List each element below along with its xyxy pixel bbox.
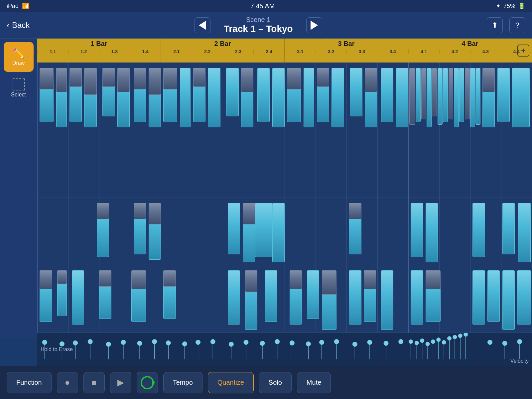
- tool-panel: ✏️ Draw Select: [0, 39, 37, 338]
- note-bd201-3[interactable]: [72, 270, 84, 324]
- note-pcs503-36[interactable]: [470, 68, 475, 127]
- back-button[interactable]: ‹ Back: [7, 21, 30, 30]
- note-pcs503-39[interactable]: [497, 68, 510, 122]
- note-pcs503-27[interactable]: [421, 68, 426, 119]
- record-button[interactable]: ●: [57, 372, 78, 393]
- select-tool-button[interactable]: Select: [4, 73, 34, 103]
- note-bd201-14g[interactable]: [364, 270, 376, 289]
- note-sd302-9[interactable]: [411, 203, 423, 257]
- note-bd201-21[interactable]: [517, 270, 531, 324]
- bar-2: 2 Bar 2.1 2.2 2.3 2.4: [161, 39, 285, 63]
- note-pcs503-34[interactable]: [459, 68, 464, 122]
- subdiv-1-4: 1.4: [130, 49, 161, 54]
- note-bd201-7[interactable]: [228, 270, 240, 324]
- note-pcs503-4g[interactable]: [84, 68, 96, 95]
- note-pcs503-35[interactable]: [465, 68, 470, 119]
- note-pcs503-5g[interactable]: [102, 68, 115, 87]
- note-pcs503-37[interactable]: [475, 68, 480, 125]
- quantize-button[interactable]: Quantize: [208, 372, 254, 393]
- note-sd302-7[interactable]: [272, 203, 285, 262]
- note-sd302-12[interactable]: [502, 203, 515, 254]
- note-pcs503-18[interactable]: [304, 68, 315, 127]
- note-pcs503-28[interactable]: [427, 68, 432, 127]
- note-pcs503-29[interactable]: [432, 68, 437, 116]
- note-pcs503-12[interactable]: [208, 68, 220, 127]
- note-bd201-11[interactable]: [307, 270, 319, 319]
- note-sd302-2g[interactable]: [134, 203, 146, 219]
- mute-button[interactable]: Mute: [297, 372, 331, 393]
- note-pcs503-24[interactable]: [396, 68, 408, 127]
- note-pcs503-11g[interactable]: [193, 68, 205, 87]
- note-bd201-16[interactable]: [411, 270, 423, 324]
- tempo-button[interactable]: Tempo: [163, 372, 202, 393]
- note-pcs503-2g[interactable]: [56, 68, 67, 92]
- play-icon: ▶: [117, 377, 124, 388]
- note-pcs503-31[interactable]: [443, 68, 448, 122]
- note-bd201-12g[interactable]: [322, 270, 337, 295]
- piano-roll[interactable]: [37, 63, 532, 332]
- note-bd201-1g[interactable]: [40, 270, 52, 289]
- note-bd201-17g[interactable]: [426, 270, 441, 289]
- note-pcs503-9g[interactable]: [163, 68, 177, 89]
- note-pcs503-26[interactable]: [416, 68, 421, 122]
- note-pcs503-32[interactable]: [449, 68, 454, 119]
- note-bd201-9[interactable]: [265, 270, 277, 322]
- play-button[interactable]: ▶: [110, 372, 131, 393]
- note-pcs503-22g[interactable]: [365, 68, 377, 92]
- select-icon: [13, 78, 25, 90]
- note-sd302-3g[interactable]: [149, 203, 161, 224]
- note-bd201-20[interactable]: [502, 270, 515, 330]
- note-pcs503-33[interactable]: [454, 68, 459, 127]
- note-pcs503-15[interactable]: [257, 68, 270, 122]
- note-sd302-6[interactable]: [255, 203, 272, 257]
- note-sd302-4[interactable]: [228, 203, 240, 254]
- note-bd201-19[interactable]: [487, 270, 500, 322]
- note-bd201-8g[interactable]: [245, 270, 257, 292]
- note-bd201-18[interactable]: [472, 270, 485, 324]
- note-pcs503-23[interactable]: [381, 68, 393, 122]
- note-pcs503-19g[interactable]: [317, 68, 329, 87]
- loop-button[interactable]: [137, 372, 158, 393]
- note-pcs503-13[interactable]: [226, 68, 238, 116]
- add-bar-button[interactable]: +: [517, 45, 529, 57]
- note-pcs503-17g[interactable]: [287, 68, 301, 89]
- note-bd201-5g[interactable]: [131, 270, 146, 289]
- note-pcs503-1g[interactable]: [40, 68, 54, 89]
- note-pcs503-30[interactable]: [438, 68, 443, 125]
- draw-tool-button[interactable]: ✏️ Draw: [4, 42, 34, 72]
- solo-button[interactable]: Solo: [259, 372, 292, 393]
- note-sd302-5g[interactable]: [243, 203, 255, 224]
- function-button[interactable]: Function: [7, 372, 52, 393]
- note-pcs503-25[interactable]: [409, 68, 415, 125]
- note-bd201-2g[interactable]: [57, 270, 67, 284]
- svg-point-55: [426, 342, 430, 346]
- note-pcs503-40[interactable]: [512, 68, 529, 127]
- note-pcs503-3g[interactable]: [69, 68, 82, 87]
- note-pcs503-21[interactable]: [350, 68, 362, 116]
- note-pcs503-6g[interactable]: [117, 68, 130, 92]
- note-sd302-13[interactable]: [518, 203, 530, 262]
- note-pcs503-10[interactable]: [180, 68, 191, 127]
- note-pcs503-8g[interactable]: [149, 68, 161, 95]
- next-button[interactable]: [306, 17, 322, 33]
- note-bd201-10g[interactable]: [290, 270, 302, 289]
- note-sd302-1g[interactable]: [97, 203, 109, 219]
- svg-point-71: [488, 340, 492, 344]
- note-bd201-15[interactable]: [381, 270, 393, 330]
- note-pcs503-14g[interactable]: [241, 68, 253, 92]
- help-button[interactable]: ?: [509, 17, 525, 33]
- note-bd201-4g[interactable]: [99, 270, 111, 287]
- note-pcs503-38g[interactable]: [482, 68, 495, 92]
- note-pcs503-20[interactable]: [332, 68, 344, 127]
- prev-button[interactable]: [195, 17, 210, 33]
- note-bd201-13[interactable]: [349, 270, 361, 324]
- note-sd302-8g[interactable]: [349, 203, 361, 219]
- bar-1-label: 1 Bar: [90, 40, 107, 48]
- note-pcs503-7g[interactable]: [134, 68, 146, 89]
- note-pcs503-16[interactable]: [272, 68, 285, 127]
- stop-button[interactable]: ■: [83, 372, 105, 393]
- note-sd302-10[interactable]: [426, 203, 438, 262]
- note-sd302-11[interactable]: [472, 203, 485, 257]
- note-bd201-6g[interactable]: [163, 270, 176, 287]
- export-button[interactable]: ⬆: [487, 17, 503, 33]
